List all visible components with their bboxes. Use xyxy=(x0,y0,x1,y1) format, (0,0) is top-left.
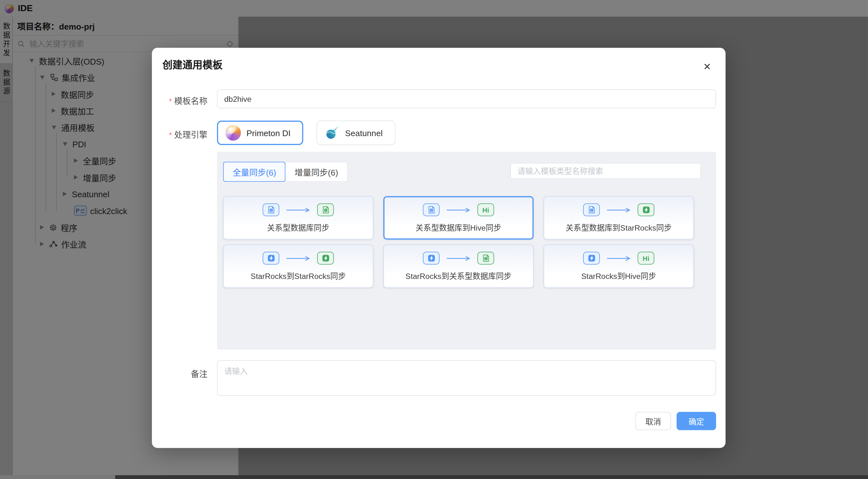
arrow-right-icon xyxy=(446,255,471,261)
engine-options: Primeton DISeatunnel xyxy=(217,121,396,145)
hi-target-icon: Hi xyxy=(638,252,654,265)
db-doc-target-icon xyxy=(477,252,494,265)
template-panel: 全量同步(6)增量同步(6) 关系型数据库同步Hi关系型数据库到Hive同步关系… xyxy=(217,152,716,349)
close-icon[interactable]: ✕ xyxy=(702,62,712,72)
template-card-grid: 关系型数据库同步Hi关系型数据库到Hive同步关系型数据库到StarRocks同… xyxy=(223,196,694,288)
card-icon-row xyxy=(583,203,654,216)
template-card-StarRocks到StarRocks同步[interactable]: StarRocks到StarRocks同步 xyxy=(223,245,373,288)
arrow-right-icon xyxy=(286,207,310,212)
arrow-right-icon xyxy=(286,255,310,261)
template-card-label: StarRocks到Hive同步 xyxy=(582,270,656,281)
db-doc-source-icon xyxy=(423,204,439,216)
db-doc-target-icon xyxy=(317,204,334,216)
app-stage: IDE 数据开发数据源 项目名称：demo-prj 数据引入层(ODS)集成作业… xyxy=(0,0,868,479)
template-card-label: 关系型数据库同步 xyxy=(267,221,330,233)
template-name-input[interactable] xyxy=(217,90,716,108)
tab-增量同步(6)[interactable]: 增量同步(6) xyxy=(286,162,348,182)
engine-option-seatunnel[interactable]: Seatunnel xyxy=(317,121,396,145)
card-icon-row xyxy=(423,251,494,265)
modal-footer: 取消 确定 xyxy=(636,412,716,430)
template-card-StarRocks到Hive同步[interactable]: HiStarRocks到Hive同步 xyxy=(544,245,694,288)
engine-option-primeton-di[interactable]: Primeton DI xyxy=(217,121,303,145)
starrocks-source-icon xyxy=(263,252,279,265)
db-doc-source-icon xyxy=(583,204,599,216)
template-card-label: 关系型数据库到Hive同步 xyxy=(415,221,501,233)
arrow-right-icon xyxy=(446,207,471,212)
remark-label: 备注 xyxy=(152,367,208,379)
cancel-button[interactable]: 取消 xyxy=(636,412,671,430)
seatunnel-logo-icon xyxy=(325,126,339,140)
template-type-search-input[interactable] xyxy=(510,163,701,179)
starrocks-source-icon xyxy=(423,252,439,265)
template-card-label: 关系型数据库到StarRocks同步 xyxy=(566,221,672,233)
card-icon-row: Hi xyxy=(583,251,654,265)
primeton-logo-icon xyxy=(225,125,241,141)
card-icon-row xyxy=(263,203,334,216)
ok-button[interactable]: 确定 xyxy=(677,412,716,430)
sync-type-tabs: 全量同步(6)增量同步(6) xyxy=(223,162,348,182)
template-card-label: StarRocks到StarRocks同步 xyxy=(251,270,346,281)
tab-全量同步(6)[interactable]: 全量同步(6) xyxy=(223,162,286,182)
starrocks-target-icon xyxy=(638,204,654,216)
starrocks-target-icon xyxy=(317,252,334,265)
db-doc-source-icon xyxy=(263,204,279,216)
template-card-关系型数据库到StarRocks同步[interactable]: 关系型数据库到StarRocks同步 xyxy=(544,196,694,240)
engine-option-label: Seatunnel xyxy=(345,128,383,138)
starrocks-source-icon xyxy=(583,252,599,265)
template-card-关系型数据库同步[interactable]: 关系型数据库同步 xyxy=(223,196,373,240)
create-template-modal: 创建通用模板 ✕ *模板名称 *处理引擎 Primeton DISeatunne… xyxy=(152,48,726,448)
required-asterisk: * xyxy=(169,97,172,106)
arrow-right-icon xyxy=(607,255,631,261)
hi-target-icon: Hi xyxy=(477,204,494,216)
arrow-right-icon xyxy=(607,207,631,212)
template-card-label: StarRocks到关系型数据库同步 xyxy=(405,270,512,281)
engine-option-label: Primeton DI xyxy=(246,128,290,138)
card-icon-row xyxy=(263,251,334,265)
card-icon-row: Hi xyxy=(423,203,494,216)
template-card-StarRocks到关系型数据库同步[interactable]: StarRocks到关系型数据库同步 xyxy=(383,245,534,288)
engine-label: *处理引擎 xyxy=(152,129,208,140)
template-name-label: *模板名称 xyxy=(152,95,208,106)
required-asterisk: * xyxy=(169,131,172,140)
remark-textarea[interactable] xyxy=(217,360,716,396)
template-card-关系型数据库到Hive同步[interactable]: Hi关系型数据库到Hive同步 xyxy=(383,196,534,240)
modal-title: 创建通用模板 xyxy=(162,57,223,71)
